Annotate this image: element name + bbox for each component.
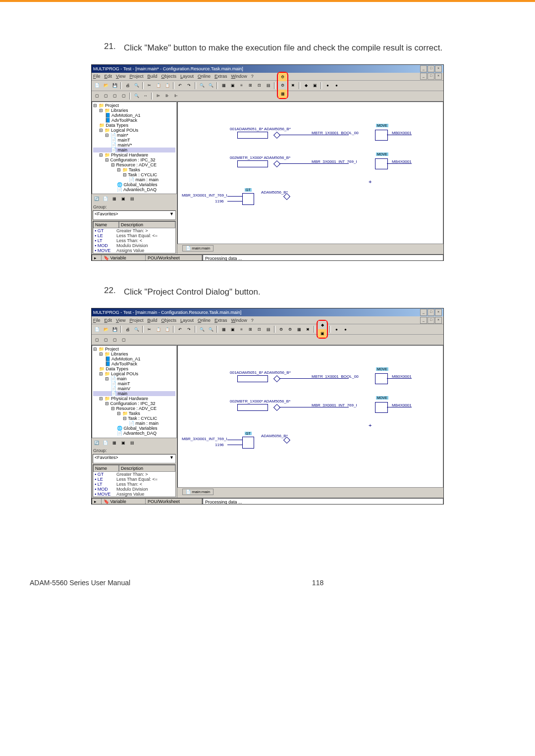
find-icon[interactable]: 🔍 — [198, 325, 206, 334]
tree-btn-3[interactable]: ▦ — [110, 195, 118, 203]
print-icon[interactable]: 🖨 — [123, 81, 132, 90]
undo-icon[interactable]: ↶ — [176, 325, 184, 334]
redo-icon[interactable]: ↷ — [185, 325, 193, 334]
variable-panel[interactable]: ▸ 🔖 Variable POU/Worksheet — [92, 254, 203, 261]
menu-view[interactable]: View — [116, 74, 125, 79]
tree-btn-1[interactable]: 🔄 — [92, 195, 101, 203]
tree-btn-5[interactable]: ▤ — [128, 439, 136, 447]
fbd-canvas[interactable]: 001ADAM5051_B* ADAM5056_B* MBTR_1X0001_B… — [177, 345, 443, 488]
worksheet-tab[interactable]: 📄 main:main — [182, 245, 214, 252]
menu-objects[interactable]: Objects — [161, 74, 176, 79]
debug-icon[interactable]: ● — [332, 325, 341, 334]
menu-objects[interactable]: Objects — [161, 318, 176, 323]
rebuild-icon[interactable]: ▦ — [278, 90, 287, 98]
redo-icon[interactable]: ↷ — [185, 81, 193, 90]
download-icon[interactable]: ▣ — [318, 329, 326, 338]
close-button[interactable]: × — [435, 65, 442, 72]
project-tree[interactable]: ⊟ 📁 Project ⊟ 📁 Libraries 📘 AdvMotion_A1… — [92, 345, 177, 438]
tool-a[interactable]: ▢ — [93, 336, 101, 344]
minimize-button[interactable]: _ — [420, 65, 427, 72]
replace-icon[interactable]: 🔍 — [207, 325, 215, 334]
tool-g[interactable]: ⊫ — [154, 92, 162, 100]
tool-f[interactable]: ↔ — [141, 92, 150, 100]
menu-file[interactable]: File — [93, 74, 101, 79]
tool-b[interactable]: ▢ — [102, 336, 110, 344]
menu-window[interactable]: Window — [231, 318, 247, 323]
stop-icon[interactable]: ✖ — [289, 81, 297, 90]
tool-d[interactable]: ▢ — [119, 92, 128, 100]
menu-window[interactable]: Window — [231, 74, 247, 79]
open-icon[interactable]: 📂 — [102, 81, 110, 90]
tool-e[interactable]: 🔍 — [132, 92, 141, 100]
child-minimize[interactable]: _ — [420, 73, 427, 80]
menu-build[interactable]: Build — [147, 74, 157, 79]
worksheet-tab[interactable]: 📄 main:main — [182, 489, 214, 495]
make-icon[interactable]: ⚙ — [278, 73, 287, 81]
stop-icon[interactable]: ✖ — [304, 325, 312, 334]
group-list[interactable]: Name Description ▪ GTGreater Than: > ▪ L… — [93, 464, 176, 497]
child-close[interactable]: × — [435, 73, 442, 80]
menu-build[interactable]: Build — [147, 318, 157, 323]
maximize-button[interactable]: □ — [428, 65, 434, 72]
child-maximize[interactable]: □ — [428, 73, 434, 80]
sfc-icon[interactable]: ⊡ — [255, 81, 264, 90]
download-icon[interactable]: ▣ — [311, 81, 319, 90]
group-dropdown[interactable]: <Favorites>▼ — [93, 210, 176, 220]
menu-edit[interactable]: Edit — [105, 318, 112, 323]
online-icon[interactable]: ● — [332, 81, 341, 90]
menu-help[interactable]: ? — [251, 318, 254, 323]
make-all-icon[interactable]: ⚙ — [286, 325, 294, 334]
menu-online[interactable]: Online — [198, 318, 211, 323]
menu-layout[interactable]: Layout — [180, 318, 194, 323]
cut-icon[interactable]: ✂ — [145, 81, 154, 90]
make-icon[interactable]: ⚙ — [277, 325, 285, 334]
child-close[interactable]: × — [435, 317, 442, 324]
tool-c[interactable]: ▢ — [110, 336, 119, 344]
ld-icon[interactable]: ▦ — [219, 325, 228, 334]
save-icon[interactable]: 💾 — [110, 81, 119, 90]
menu-extras[interactable]: Extras — [214, 74, 227, 79]
menu-project[interactable]: Project — [129, 318, 143, 323]
st-icon[interactable]: ≡ — [237, 81, 246, 90]
online-icon[interactable]: ● — [341, 325, 350, 334]
il-icon[interactable]: ⊞ — [246, 325, 255, 334]
menu-help[interactable]: ? — [251, 74, 254, 79]
sfc-icon[interactable]: ⊡ — [255, 325, 264, 334]
preview-icon[interactable]: 🔍 — [132, 81, 141, 90]
rebuild-icon[interactable]: ▦ — [295, 325, 303, 334]
tree-btn-4[interactable]: ▣ — [119, 195, 127, 203]
tool-i[interactable]: ⊩ — [172, 92, 180, 100]
tree-btn-2[interactable]: 📄 — [101, 439, 109, 447]
print-icon[interactable]: 🖨 — [123, 325, 132, 334]
child-maximize[interactable]: □ — [428, 317, 434, 324]
il-icon[interactable]: ⊞ — [246, 81, 255, 90]
preview-icon[interactable]: 🔍 — [132, 325, 141, 334]
group-dropdown[interactable]: <Favorites>▼ — [93, 454, 176, 463]
fbd-canvas[interactable]: 001ADAM5051_B* ADAM5056_B* MBTR_1X0001_B… — [177, 101, 443, 244]
find-icon[interactable]: 🔍 — [198, 81, 206, 90]
menu-file[interactable]: File — [93, 318, 101, 323]
copy-icon[interactable]: 📋 — [154, 81, 162, 90]
menu-online[interactable]: Online — [198, 74, 211, 79]
close-button[interactable]: × — [435, 309, 442, 316]
tool-h[interactable]: ⊪ — [163, 92, 171, 100]
tree-btn-2[interactable]: 📄 — [101, 195, 109, 203]
tree-btn-3[interactable]: ▦ — [110, 439, 118, 447]
replace-icon[interactable]: 🔍 — [207, 81, 215, 90]
tool-c[interactable]: ▢ — [110, 92, 119, 100]
paste-icon[interactable]: 📋 — [163, 81, 171, 90]
undo-icon[interactable]: ↶ — [176, 81, 184, 90]
cut-icon[interactable]: ✂ — [145, 325, 154, 334]
tool-d[interactable]: ▢ — [119, 336, 128, 344]
menu-view[interactable]: View — [116, 318, 125, 323]
make-all-icon[interactable]: ⚙ — [278, 81, 287, 90]
menu-extras[interactable]: Extras — [214, 318, 227, 323]
tool-a[interactable]: ▢ — [93, 92, 101, 100]
variable-panel[interactable]: ▸ 🔖 Variable POU/Worksheet — [92, 498, 203, 504]
tree-btn-4[interactable]: ▣ — [119, 439, 127, 447]
fbd-icon[interactable]: ▣ — [228, 81, 237, 90]
paste-icon[interactable]: 📋 — [163, 325, 171, 334]
project-control-icon[interactable]: ◆ — [318, 321, 326, 329]
project-control-icon[interactable]: ◆ — [302, 81, 310, 90]
open-icon[interactable]: 📂 — [102, 325, 110, 334]
